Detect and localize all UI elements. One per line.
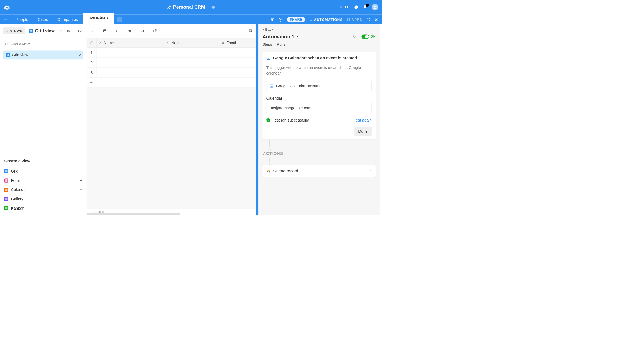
connector-arrow-icon: ⌄ xyxy=(268,162,376,165)
create-view-kanban[interactable]: Kanban+ xyxy=(3,203,83,213)
cell-notes[interactable] xyxy=(164,48,219,57)
apps-button[interactable]: APPS xyxy=(347,18,362,22)
history-icon[interactable] xyxy=(278,17,283,22)
share-view-icon[interactable] xyxy=(153,29,157,33)
filter-icon[interactable] xyxy=(90,29,94,33)
row-height-icon[interactable] xyxy=(140,29,145,33)
automations-button[interactable]: AUTOMATIONS xyxy=(309,18,343,22)
tab-people[interactable]: People xyxy=(11,15,33,24)
fullscreen-icon[interactable] xyxy=(366,18,370,22)
color-icon[interactable] xyxy=(128,29,132,33)
tab-steps[interactable]: Steps xyxy=(263,42,272,49)
create-view-grid[interactable]: Grid+ xyxy=(3,166,83,176)
tab-caret-icon[interactable] xyxy=(88,20,110,22)
cell-notes[interactable] xyxy=(164,58,219,67)
test-again-link[interactable]: Test again xyxy=(354,118,372,122)
trigger-header[interactable]: 31 Google Calendar: When an event is cre… xyxy=(266,55,372,60)
group-icon[interactable] xyxy=(103,29,107,33)
column-header-notes[interactable]: A Notes xyxy=(164,38,219,48)
airtable-logo-icon[interactable] xyxy=(4,4,10,10)
account-label: Google Calendar account xyxy=(276,83,320,88)
column-header-email[interactable]: Email xyxy=(219,38,256,48)
code-icon[interactable] xyxy=(77,29,82,33)
test-status-row[interactable]: Test ran successfully Test again xyxy=(266,118,372,122)
gallery-icon xyxy=(4,197,8,201)
add-table-button[interactable] xyxy=(117,17,122,22)
table-row[interactable]: 1 xyxy=(87,48,256,58)
cell-name[interactable] xyxy=(96,68,164,77)
title-caret-icon[interactable] xyxy=(207,6,209,8)
find-view-input[interactable]: Find a view xyxy=(3,40,83,48)
tab-cities[interactable]: Cities xyxy=(33,15,52,24)
row-number: 3 xyxy=(87,68,97,77)
sidebar-view-grid-view[interactable]: Grid view xyxy=(3,51,83,60)
cell-email[interactable] xyxy=(219,48,256,57)
svg-rect-48 xyxy=(7,54,8,56)
create-option-label: Form xyxy=(11,178,20,183)
column-menu-icon[interactable] xyxy=(215,41,217,44)
toggle-on-label: ON xyxy=(371,35,376,39)
create-view-calendar[interactable]: Calendar+ xyxy=(3,185,83,194)
people-icon xyxy=(167,5,171,10)
menu-icon[interactable] xyxy=(3,16,9,22)
table-row[interactable]: 2 xyxy=(87,58,256,68)
toggle-off-label: OFF xyxy=(353,35,360,39)
info-icon[interactable]: i xyxy=(211,5,215,9)
table-row[interactable]: 3 xyxy=(87,68,256,78)
svg-point-34 xyxy=(68,30,70,31)
grid-view-icon xyxy=(29,29,33,33)
calendar-select[interactable]: me@nathanganser.com xyxy=(266,103,372,113)
sort-icon[interactable] xyxy=(115,29,119,33)
user-avatar[interactable] xyxy=(372,4,378,10)
create-view-gallery[interactable]: Gallery+ xyxy=(3,194,83,203)
create-view-form[interactable]: Form+ xyxy=(3,176,83,185)
column-menu-icon[interactable] xyxy=(160,41,162,44)
tables-bar: People Cities Companies Interactions SHA… xyxy=(0,15,382,24)
kanban-icon xyxy=(4,206,8,210)
back-button[interactable]: Back xyxy=(258,24,380,33)
svg-point-80 xyxy=(266,118,270,122)
grid-icon xyxy=(6,53,10,57)
trash-icon[interactable] xyxy=(270,18,274,22)
views-sidebar: Find a view Grid view Create a view Grid… xyxy=(0,38,87,215)
cell-email[interactable] xyxy=(219,58,256,67)
automation-tabs: Steps Runs xyxy=(258,39,380,49)
column-header-name[interactable]: A Name xyxy=(96,38,164,48)
tab-companies[interactable]: Companies xyxy=(53,15,82,24)
cell-name[interactable] xyxy=(96,58,164,67)
help-label[interactable]: HELP xyxy=(340,5,349,9)
svg-point-33 xyxy=(67,30,68,31)
tab-runs[interactable]: Runs xyxy=(277,42,286,49)
more-icon[interactable] xyxy=(58,29,63,33)
search-icon[interactable] xyxy=(249,29,253,33)
trigger-title: Google Calendar: When an event is create… xyxy=(273,55,357,60)
chevron-down-icon[interactable] xyxy=(369,56,372,59)
tab-interactions[interactable]: Interactions xyxy=(83,13,114,24)
current-view-name[interactable]: Grid view xyxy=(29,28,54,33)
horizontal-scrollbar[interactable] xyxy=(87,213,180,215)
help-icon[interactable]: ? xyxy=(354,5,358,10)
close-icon[interactable] xyxy=(374,18,378,21)
cell-email[interactable] xyxy=(219,68,256,77)
views-toggle-button[interactable]: VIEWS xyxy=(3,27,25,34)
share-button[interactable]: SHARE xyxy=(287,17,305,22)
caret-down-icon xyxy=(366,85,368,87)
cell-notes[interactable] xyxy=(164,68,219,77)
select-all-checkbox[interactable] xyxy=(87,38,97,48)
notifications-icon[interactable]: 1 xyxy=(363,5,367,10)
collaborators-icon[interactable] xyxy=(66,29,71,33)
cell-name[interactable] xyxy=(96,48,164,57)
check-icon xyxy=(78,54,81,57)
action-create-record[interactable]: Create record xyxy=(262,165,376,177)
calendar-icon xyxy=(4,188,8,192)
actions-section-label: ACTIONS xyxy=(262,149,376,157)
automation-toggle[interactable] xyxy=(361,34,369,39)
panel-drag-handle[interactable]: ⋮ xyxy=(257,118,260,122)
account-select[interactable]: 31 Google Calendar account xyxy=(266,81,372,91)
base-title[interactable]: Personal CRM xyxy=(173,4,205,10)
grid-header: A Name A Notes Email xyxy=(87,38,256,48)
done-button[interactable]: Done xyxy=(354,127,372,136)
add-row-button[interactable]: + xyxy=(87,78,256,88)
automation-title[interactable]: Automation 1 xyxy=(263,34,299,39)
trigger-description: This trigger will fire when an event is … xyxy=(266,65,372,76)
